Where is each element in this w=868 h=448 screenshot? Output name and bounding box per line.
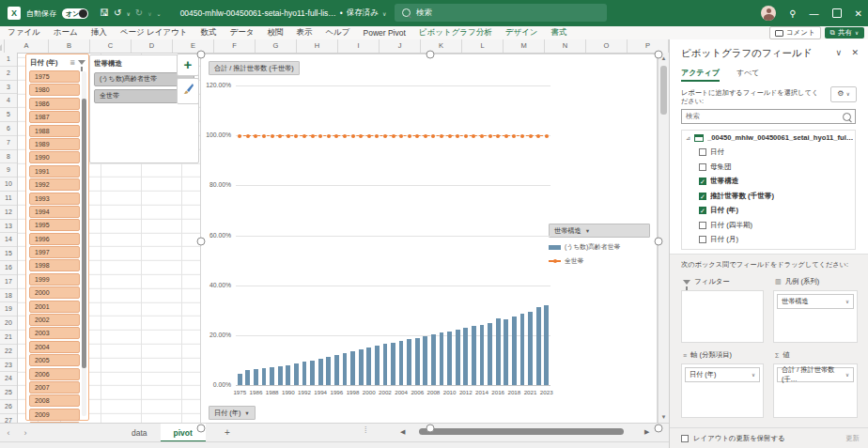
chart-elements-button[interactable]: + bbox=[177, 54, 199, 76]
field-row-世帯構造[interactable]: ✓世帯構造 bbox=[682, 175, 855, 190]
ribbon-tab-校閲[interactable]: 校閲 bbox=[267, 27, 283, 39]
values-zone[interactable]: 合計 / 推計世帯数 (千…∨ bbox=[773, 363, 858, 418]
slicer-item-1988[interactable]: 1988 bbox=[29, 125, 80, 137]
chart-selection-handle[interactable] bbox=[197, 51, 206, 59]
slicer-item-1997[interactable]: 1997 bbox=[29, 246, 80, 258]
pane-collapse-icon[interactable]: ∨ bbox=[835, 48, 842, 57]
field-checkbox[interactable]: ✓ bbox=[699, 193, 706, 200]
legend-zone[interactable]: 世帯構造∨ bbox=[773, 290, 858, 343]
hscroll-right-icon[interactable]: ▶ bbox=[644, 428, 649, 436]
slicer-item-2001[interactable]: 2001 bbox=[29, 301, 80, 313]
filters-zone[interactable] bbox=[681, 290, 764, 343]
excel-app-icon[interactable]: X bbox=[8, 7, 21, 20]
column-header-H[interactable]: H bbox=[297, 39, 338, 53]
row-header-24[interactable]: 24 bbox=[0, 372, 17, 386]
ribbon-tab-ホーム[interactable]: ホーム bbox=[54, 27, 78, 39]
row-header-10[interactable]: 10 bbox=[0, 178, 17, 192]
slicer-item-1999[interactable]: 1999 bbox=[29, 273, 80, 286]
close-button[interactable]: ✕ bbox=[855, 8, 862, 19]
column-header-A[interactable]: A bbox=[5, 39, 49, 53]
row-header-19[interactable]: 19 bbox=[0, 302, 17, 317]
chart-legend[interactable]: 世帯構造 ▼ (うち数)高齢者世帯全世帯 bbox=[549, 224, 654, 266]
multiselect-icon[interactable]: ≣ bbox=[70, 59, 75, 67]
field-checkbox[interactable] bbox=[699, 148, 706, 156]
share-button[interactable]: ⧉ 共有 ∨ bbox=[825, 27, 864, 39]
search-bar[interactable]: 検索 bbox=[395, 4, 607, 22]
slicer-item-1994[interactable]: 1994 bbox=[29, 206, 80, 218]
saved-status[interactable]: 保存済み bbox=[347, 8, 379, 19]
column-header-D[interactable]: D bbox=[132, 39, 173, 53]
hscroll-left-icon[interactable]: ◀ bbox=[400, 428, 405, 436]
field-row-日付 (月)[interactable]: 日付 (月) bbox=[682, 233, 855, 248]
row-header-16[interactable]: 16 bbox=[0, 261, 17, 275]
chart-selection-handle[interactable] bbox=[655, 51, 663, 59]
field-row-日付 (四半期)[interactable]: 日付 (四半期) bbox=[682, 218, 855, 233]
autosave-toggle[interactable]: オン bbox=[62, 8, 88, 19]
row-header-7[interactable]: 7 bbox=[0, 136, 17, 150]
ribbon-tab-ファイル[interactable]: ファイル bbox=[8, 27, 40, 39]
document-title[interactable]: 00450-mhlw-00450061-setai-hyo11-full-lis… bbox=[180, 8, 336, 18]
chart-value-field-button[interactable]: 合計 / 推計世帯数 (千世帯) bbox=[209, 61, 300, 75]
slicer-item-1996[interactable]: 1996 bbox=[29, 233, 80, 245]
sheet-nav-prev-icon[interactable]: ‹ bbox=[0, 428, 17, 438]
chart-selection-handle[interactable] bbox=[655, 238, 663, 246]
zone-field-pill[interactable]: 世帯構造∨ bbox=[777, 294, 854, 309]
row-header-3[interactable]: 3 bbox=[0, 81, 17, 95]
row-header-21[interactable]: 21 bbox=[0, 331, 17, 345]
restore-button[interactable] bbox=[832, 8, 842, 18]
row-header-8[interactable]: 8 bbox=[0, 150, 17, 164]
undo-icon[interactable]: ↺ bbox=[114, 8, 121, 18]
add-sheet-icon[interactable]: + bbox=[221, 426, 234, 440]
slicer-item-1992[interactable]: 1992 bbox=[29, 178, 80, 191]
slicer-item-1986[interactable]: 1986 bbox=[29, 98, 80, 110]
comments-button[interactable]: コメント bbox=[769, 26, 821, 39]
scroll-down-icon[interactable]: ▼ bbox=[659, 411, 669, 423]
field-checkbox[interactable]: ✓ bbox=[699, 207, 706, 214]
ribbon-tab-ピボットグラフ分析[interactable]: ピボットグラフ分析 bbox=[419, 27, 492, 39]
chart-selection-handle[interactable] bbox=[426, 51, 434, 59]
column-header-P[interactable]: P bbox=[628, 39, 669, 53]
column-header-E[interactable]: E bbox=[173, 39, 214, 53]
field-checkbox[interactable] bbox=[699, 236, 706, 243]
chart-selection-handle[interactable] bbox=[426, 425, 434, 433]
row-header-4[interactable]: 4 bbox=[0, 94, 17, 108]
slicer-item-1991[interactable]: 1991 bbox=[29, 165, 80, 178]
slicer-item-2003[interactable]: 2003 bbox=[29, 327, 80, 339]
row-header-5[interactable]: 5 bbox=[0, 108, 17, 122]
ribbon-tab-デザイン[interactable]: デザイン bbox=[505, 27, 538, 39]
slicer-item-2006[interactable]: 2006 bbox=[29, 368, 80, 380]
slicer-item-1993[interactable]: 1993 bbox=[29, 193, 80, 205]
account-avatar[interactable] bbox=[761, 6, 776, 21]
legend-entry[interactable]: 全世帯 bbox=[549, 256, 654, 266]
zone-field-pill[interactable]: 日付 (年)∨ bbox=[685, 367, 760, 382]
field-row-推計世帯数 (千世帯)[interactable]: ✓推計世帯数 (千世帯) bbox=[682, 189, 855, 204]
pane-tab-すべて[interactable]: すべて bbox=[736, 68, 760, 82]
field-row-日付[interactable]: 日付 bbox=[682, 146, 855, 161]
chart-selection-handle[interactable] bbox=[655, 425, 663, 433]
ribbon-tab-データ[interactable]: データ bbox=[229, 27, 254, 39]
axis-zone[interactable]: 日付 (年)∨ bbox=[681, 363, 764, 418]
row-header-2[interactable]: 2 bbox=[0, 67, 17, 81]
chart-styles-button[interactable] bbox=[177, 78, 199, 104]
slicer-scrollbar[interactable] bbox=[82, 71, 86, 416]
slicer-item-1989[interactable]: 1989 bbox=[29, 138, 80, 150]
row-header-14[interactable]: 14 bbox=[0, 233, 17, 247]
slicer-item-1995[interactable]: 1995 bbox=[29, 219, 80, 231]
hscroll-thumb[interactable] bbox=[419, 428, 624, 435]
ribbon-tab-ページ レイアウト[interactable]: ページ レイアウト bbox=[120, 27, 188, 39]
column-header-I[interactable]: I bbox=[338, 39, 380, 53]
slicer-item-1990[interactable]: 1990 bbox=[29, 151, 80, 163]
row-header-20[interactable]: 20 bbox=[0, 317, 17, 331]
legend-entry[interactable]: (うち数)高齢者世帯 bbox=[549, 242, 654, 252]
pin-icon[interactable]: ⚲ bbox=[789, 8, 796, 19]
field-checkbox[interactable] bbox=[699, 222, 706, 229]
row-header-23[interactable]: 23 bbox=[0, 359, 17, 373]
tab-scroll-splitter[interactable]: ⁞ bbox=[364, 425, 367, 435]
column-header-L[interactable]: L bbox=[462, 39, 504, 53]
row-header-17[interactable]: 17 bbox=[0, 275, 17, 289]
column-header-F[interactable]: F bbox=[214, 39, 256, 53]
clear-filter-icon[interactable] bbox=[78, 60, 85, 65]
row-header-6[interactable]: 6 bbox=[0, 122, 17, 136]
row-header-15[interactable]: 15 bbox=[0, 247, 17, 261]
row-header-26[interactable]: 26 bbox=[0, 400, 17, 414]
